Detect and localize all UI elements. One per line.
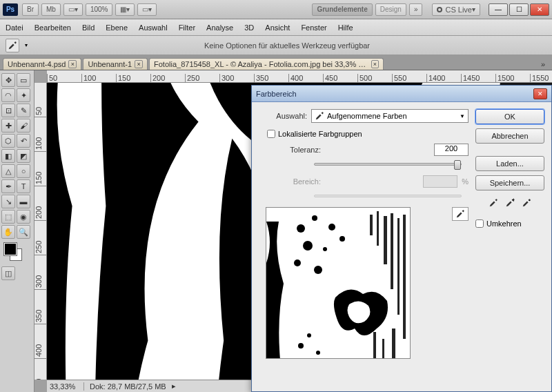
eyedropper-subtract[interactable]: - [520,197,533,208]
menu-filter[interactable]: Filter [179,23,195,32]
sample-eyedropper-button[interactable] [452,207,469,221]
menu-analyse[interactable]: Analyse [206,23,233,32]
tool-wand[interactable]: ✦ [17,88,30,102]
tool-3dcam[interactable]: ◉ [17,210,30,224]
tool-3d[interactable]: ⬚ [1,210,15,224]
bereich-input [423,175,457,188]
menu-bild[interactable]: Bild [82,23,95,32]
tool-blur[interactable]: △ [1,164,15,178]
zoom-display[interactable]: 33,33% [50,382,84,391]
tool-lasso[interactable]: ◠ [1,88,15,102]
tabs-overflow[interactable]: » [534,59,552,70]
options-bar: ▾ Keine Optionen für aktuelles Werkzeug … [0,36,552,55]
document-tabbar: Unbenannt-4.psd× Unbenannt-1× Fotolia_87… [0,55,552,70]
close-button[interactable]: ✕ [530,3,549,16]
localized-label: Lokalisierte Farbgruppen [278,130,362,138]
menu-3d[interactable]: 3D [244,23,254,32]
svg-text:+: + [512,198,515,204]
tool-stamp[interactable]: ⬡ [1,134,15,148]
bereich-label: Bereich: [273,177,321,186]
toolbox: ✥▭ ◠✦ ⊡✎ ✚🖌 ⬡↶ ◧◩ △○ ✒T ↘▬ ⬚◉ ✋🔍 ◫ [0,70,34,392]
tool-hand[interactable]: ✋ [1,225,15,239]
tool-gradient[interactable]: ◩ [17,149,30,163]
tool-eyedropper[interactable]: ✎ [17,104,30,117]
status-menu-icon[interactable]: ▸ [172,382,176,391]
ruler-vertical[interactable]: 50100150200250300350400450 [34,83,47,380]
tool-brush[interactable]: 🖌 [17,119,30,133]
dialog-close-button[interactable]: ✕ [533,88,547,99]
tool-move[interactable]: ✥ [1,73,15,87]
ok-button[interactable]: OK [475,109,544,124]
tool-dodge[interactable]: ○ [17,164,30,178]
tool-path[interactable]: ↘ [1,195,15,208]
ruler-horizontal[interactable]: 5010015020025030035040045050055014001450… [47,70,552,83]
dialog-titlebar[interactable]: Farbbereich ✕ [252,86,551,102]
tool-heal[interactable]: ✚ [1,119,15,133]
localized-checkbox[interactable] [267,130,275,138]
svg-text:-: - [529,198,531,204]
svg-rect-25 [382,339,384,359]
zoom-level[interactable]: 100% [86,3,113,16]
app-badge-photoshop: Ps [3,3,18,16]
invert-label: Umkehren [486,219,522,228]
menu-ansicht[interactable]: Ansicht [265,23,290,32]
load-button[interactable]: Laden... [475,156,544,171]
svg-point-28 [316,351,320,355]
document-tab[interactable]: Unbenannt-1× [83,58,148,70]
menu-bearbeiten[interactable]: Bearbeiten [34,23,71,32]
app-badge-minibridge[interactable]: Mb [41,3,61,16]
cancel-button[interactable]: Abbrechen [475,128,544,144]
document-tab[interactable]: Fotolia_8715458_XL - © Azaliya - Fotolia… [149,58,384,70]
menu-ebene[interactable]: Ebene [106,23,128,32]
document-tab[interactable]: Unbenannt-4.psd× [3,58,81,70]
tab-close-icon[interactable]: × [135,60,143,68]
menu-hilfe[interactable]: Hilfe [338,23,353,32]
svg-rect-9 [266,208,411,359]
tab-close-icon[interactable]: × [371,60,379,68]
menu-auswahl[interactable]: Auswahl [139,23,168,32]
tool-eraser[interactable]: ◧ [1,149,15,163]
foreground-color-swatch[interactable] [4,243,17,255]
screen-mode-button[interactable]: ▭▾ [137,3,157,16]
tool-crop[interactable]: ⊡ [1,104,15,117]
eyedropper-sample[interactable] [487,197,500,208]
save-button[interactable]: Speichern... [475,175,544,190]
tool-history[interactable]: ↶ [17,134,30,148]
tool-pen[interactable]: ✒ [1,179,15,193]
menu-datei[interactable]: Datei [6,23,23,32]
tool-marquee[interactable]: ▭ [17,73,30,87]
eyedropper-add[interactable]: + [504,197,516,208]
toleranz-slider[interactable] [314,163,462,166]
minimize-button[interactable]: — [489,3,508,16]
workspace-design[interactable]: Design [375,3,406,16]
maximize-button[interactable]: ☐ [509,3,529,16]
menu-fenster[interactable]: Fenster [301,23,326,32]
slider-thumb[interactable] [454,160,461,170]
bereich-slider [314,195,462,197]
tool-zoom[interactable]: 🔍 [17,225,30,239]
bereich-unit: % [462,177,469,186]
color-swatches[interactable] [1,243,32,264]
svg-point-12 [328,224,335,231]
svg-point-16 [294,259,301,266]
auswahl-dropdown[interactable]: Aufgenommene Farben ▼ [311,109,469,123]
color-range-dialog: Farbbereich ✕ Auswahl: Aufgenommene Farb… [251,85,552,392]
svg-rect-23 [403,215,406,339]
workspace-grundelemente[interactable]: Grundelemente [312,3,372,16]
view-mode-button[interactable]: ▭▾ [63,3,83,16]
toleranz-input[interactable]: 200 [434,144,469,156]
app-badge-bridge[interactable]: Br [22,3,39,16]
invert-checkbox[interactable] [475,219,484,228]
workspace-more[interactable]: » [409,3,423,16]
tool-shape[interactable]: ▬ [17,195,30,208]
cslive-button[interactable]: CS Live ▾ [432,3,480,16]
tool-quickmask[interactable]: ◫ [1,266,15,280]
svg-rect-26 [392,329,395,359]
toleranz-label: Toleranz: [273,146,321,154]
tool-type[interactable]: T [17,179,30,193]
arrange-button[interactable]: ▦▾ [115,3,135,16]
tab-close-icon[interactable]: × [68,60,77,68]
selection-preview[interactable] [266,207,411,359]
dialog-title: Farbbereich [256,90,297,98]
current-tool-icon[interactable] [6,39,19,52]
